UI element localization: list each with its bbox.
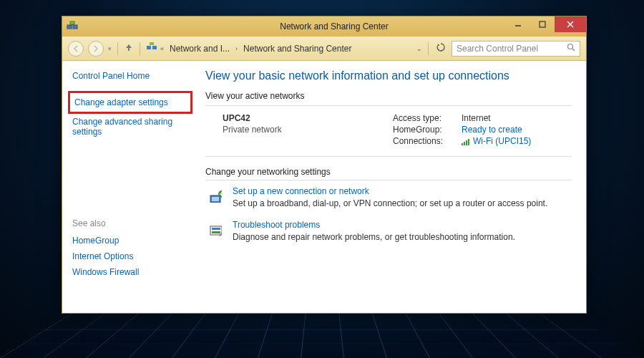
recent-dropdown-icon[interactable]: ▾ xyxy=(108,45,112,52)
sidebar: Control Panel Home Change adapter settin… xyxy=(62,61,198,313)
close-button[interactable] xyxy=(555,16,586,32)
svg-rect-19 xyxy=(212,197,219,201)
svg-point-12 xyxy=(568,44,573,49)
troubleshoot-link[interactable]: Troubleshoot problems xyxy=(233,220,572,230)
path-icon xyxy=(146,42,157,55)
connection-link[interactable]: Wi-Fi (UPCI15) xyxy=(462,136,531,146)
see-also-windows-firewall-link[interactable]: Windows Firewall xyxy=(72,264,188,280)
search-icon xyxy=(567,43,575,54)
app-icon xyxy=(62,21,82,32)
page-heading: View your basic network information and … xyxy=(205,69,572,82)
homegroup-link[interactable]: Ready to create xyxy=(462,125,522,135)
homegroup-label: HomeGroup: xyxy=(393,125,454,135)
access-type-value: Internet xyxy=(462,113,491,123)
change-advanced-sharing-link[interactable]: Change advanced sharing settings xyxy=(72,114,188,140)
svg-rect-6 xyxy=(540,21,545,27)
change-adapter-settings-link[interactable]: Change adapter settings xyxy=(68,91,192,114)
change-settings-label: Change your networking settings xyxy=(205,167,572,180)
see-also-homegroup-link[interactable]: HomeGroup xyxy=(72,233,188,248)
troubleshoot-desc: Diagnose and repair network problems, or… xyxy=(233,231,572,243)
svg-line-13 xyxy=(572,49,575,51)
svg-rect-10 xyxy=(152,46,157,49)
titlebar: Network and Sharing Center xyxy=(62,16,586,37)
svg-rect-23 xyxy=(210,226,222,235)
main-pane: View your basic network information and … xyxy=(198,61,586,313)
connections-label: Connections: xyxy=(393,136,454,146)
active-network-row: UPC42 Private network Access type: Inter… xyxy=(205,105,572,157)
svg-rect-11 xyxy=(150,42,154,45)
troubleshoot-option: Troubleshoot problems Diagnose and repai… xyxy=(205,220,572,243)
svg-rect-2 xyxy=(70,21,74,24)
svg-rect-15 xyxy=(464,142,465,145)
troubleshoot-icon xyxy=(205,220,225,240)
refresh-button[interactable] xyxy=(434,42,447,54)
crumb-parent[interactable]: Network and I... xyxy=(167,42,233,55)
active-networks-label: View your active networks xyxy=(205,91,572,101)
svg-rect-9 xyxy=(147,46,151,49)
minimize-button[interactable] xyxy=(506,16,530,32)
svg-rect-16 xyxy=(466,140,467,145)
svg-rect-14 xyxy=(462,143,463,145)
network-name: UPC42 xyxy=(223,113,393,123)
svg-rect-25 xyxy=(212,231,220,233)
see-also-internet-options-link[interactable]: Internet Options xyxy=(72,248,188,264)
crumb-current[interactable]: Network and Sharing Center xyxy=(240,42,354,55)
search-input[interactable]: Search Control Panel xyxy=(452,41,580,57)
chevron-right-icon: › xyxy=(235,45,238,52)
breadcrumb[interactable]: « Network and I... › Network and Sharing… xyxy=(146,42,422,55)
svg-rect-17 xyxy=(468,139,469,145)
back-button[interactable] xyxy=(68,41,84,57)
see-also-label: See also xyxy=(72,218,188,228)
setup-connection-option: Set up a new connection or network Set u… xyxy=(205,186,572,210)
network-type: Private network xyxy=(223,125,393,135)
chevron-left-icon: « xyxy=(160,45,164,52)
up-button[interactable] xyxy=(124,42,134,54)
svg-rect-24 xyxy=(212,228,220,230)
wifi-signal-icon xyxy=(462,136,470,146)
maximize-button[interactable] xyxy=(530,16,555,32)
search-placeholder: Search Control Panel xyxy=(457,44,562,54)
chevron-down-icon[interactable]: ⌄ xyxy=(416,45,422,52)
setup-connection-desc: Set up a broadband, dial-up, or VPN conn… xyxy=(233,198,572,210)
control-panel-home-link[interactable]: Control Panel Home xyxy=(72,71,188,81)
setup-connection-icon xyxy=(205,186,225,206)
forward-button[interactable] xyxy=(88,41,104,57)
toolbar: ▾ « Network and I... › Network and Shari… xyxy=(62,37,586,61)
access-type-label: Access type: xyxy=(393,113,454,123)
network-sharing-window: Network and Sharing Center ▾ « Network a… xyxy=(62,16,587,314)
setup-connection-link[interactable]: Set up a new connection or network xyxy=(233,186,572,196)
